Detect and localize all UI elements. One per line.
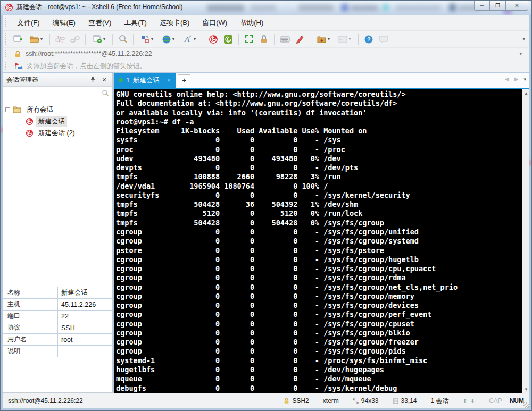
- address-url[interactable]: ssh://root:******************@45.11.2.22…: [26, 50, 515, 57]
- property-row[interactable]: 用户名root: [3, 334, 112, 346]
- terminal-screen[interactable]: GNU coreutils online help: <http://www.g…: [114, 89, 522, 393]
- tab-scroll-right-icon[interactable]: ▶: [514, 76, 519, 82]
- num-lock-indicator: NUM: [510, 397, 524, 405]
- svg-text:?: ?: [367, 36, 371, 43]
- message-button[interactable]: [377, 32, 390, 46]
- menubar-gripper[interactable]: [5, 18, 6, 28]
- property-value: 新建会话: [58, 287, 112, 298]
- menu-item[interactable]: 窗口(W): [196, 16, 233, 30]
- scroll-up-icon[interactable]: ▲: [522, 89, 530, 97]
- session-manager-header: 会话管理器 ✕: [3, 73, 112, 87]
- lock-icon: [14, 51, 21, 57]
- property-value: SSH: [58, 322, 112, 333]
- info-bar: 要添加当前会话，点击左侧的箭头按钮。: [3, 60, 529, 72]
- close-panel-icon[interactable]: ✕: [99, 77, 109, 83]
- addressbar-gripper[interactable]: [5, 50, 6, 57]
- tile-windows-button[interactable]: ▾: [335, 32, 355, 46]
- tab-list-caret[interactable]: ▾: [523, 77, 526, 82]
- pin-icon[interactable]: [90, 77, 99, 83]
- toolbar-separator: [49, 34, 50, 45]
- layout-button[interactable]: ▾: [137, 32, 157, 46]
- prev-session-icon[interactable]: ⬆: [463, 398, 468, 405]
- properties-table: 名称新建会话主机45.11.2.226端口22协议SSH用户名root说明: [3, 287, 112, 357]
- menu-item[interactable]: 工具(T): [118, 16, 153, 30]
- disconnect-button[interactable]: [53, 32, 67, 46]
- tree-expander-icon[interactable]: −: [5, 107, 10, 112]
- xshell-button[interactable]: [206, 32, 220, 46]
- session-icon: [26, 118, 34, 125]
- menu-item[interactable]: 编辑(E): [47, 16, 81, 30]
- caps-lock-indicator: CAP: [489, 397, 502, 405]
- terminal-pane: 1 新建会话 × + ◀ ▶ ▾ GNU coreutils online he…: [114, 73, 529, 393]
- font-button[interactable]: A ▾: [179, 32, 200, 46]
- session-search-input[interactable]: [6, 88, 102, 98]
- status-cursor-position: 33,14: [393, 397, 417, 405]
- tree-folder-all-sessions[interactable]: − 所有会话: [5, 104, 110, 115]
- fullscreen-button[interactable]: [242, 32, 256, 46]
- maximize-button[interactable]: ❐: [490, 1, 506, 11]
- property-value: [58, 346, 112, 357]
- property-row[interactable]: 端口22: [3, 311, 112, 322]
- tab-label: 新建会话: [133, 76, 160, 85]
- open-session-button[interactable]: ▾: [26, 32, 46, 46]
- toolbar-gripper[interactable]: [5, 33, 6, 45]
- xshell-window: 新建会话 - root@vps1: ~ - Xshell 6 (Free for…: [0, 0, 532, 411]
- toolbar-separator: [274, 34, 275, 45]
- find-button[interactable]: [116, 32, 130, 46]
- highlight-pen-button[interactable]: [293, 32, 306, 46]
- new-folder-button[interactable]: ▾: [313, 32, 334, 46]
- property-label: 名称: [3, 287, 58, 298]
- property-label: 协议: [3, 322, 58, 333]
- tab-session-1[interactable]: 1 新建会话 ×: [114, 73, 176, 88]
- chevron-down-icon: ▾: [151, 37, 153, 41]
- chevron-down-icon: ▾: [348, 37, 351, 41]
- add-session-arrow-icon[interactable]: [14, 62, 23, 70]
- session-tree: − 所有会话 新建会话 新建会话 (2): [3, 99, 112, 143]
- menu-item[interactable]: 文件(F): [11, 16, 46, 30]
- minimize-button[interactable]: ─: [474, 1, 490, 11]
- soft-keyboard-button[interactable]: [278, 32, 292, 46]
- web-browser-button[interactable]: ▾: [158, 32, 178, 46]
- info-bar-text: 要添加当前会话，点击左侧的箭头按钮。: [27, 62, 146, 71]
- terminal-scrollbar[interactable]: ▲ ▼: [522, 89, 529, 393]
- menu-item[interactable]: 查看(V): [82, 16, 117, 30]
- tree-session-label[interactable]: 新建会话 (2): [36, 128, 77, 138]
- tree-session-item[interactable]: 新建会话: [5, 115, 110, 127]
- menu-bar: 文件(F)编辑(E)查看(V)工具(T)选项卡(B)窗口(W)帮助(H): [3, 15, 529, 31]
- session-icon: [26, 129, 34, 137]
- tree-session-label[interactable]: 新建会话: [36, 116, 67, 127]
- terminal-output[interactable]: GNU coreutils online help: <http://www.g…: [116, 90, 458, 393]
- status-terminal-size: 94x33: [353, 397, 379, 405]
- resize-grip[interactable]: [523, 402, 529, 408]
- new-session-button[interactable]: [11, 32, 25, 46]
- close-button[interactable]: ✕: [506, 1, 528, 11]
- window-title: 新建会话 - root@vps1: ~ - Xshell 6 (Free for…: [16, 3, 183, 12]
- toolbar-separator: [203, 34, 203, 45]
- new-tab-button[interactable]: +: [178, 74, 190, 86]
- reconnect-button[interactable]: [68, 32, 82, 46]
- tree-session-item[interactable]: 新建会话 (2): [5, 127, 110, 139]
- tab-scroll-left-icon[interactable]: ◀: [505, 76, 509, 82]
- tab-close-icon[interactable]: ×: [167, 77, 170, 83]
- property-row[interactable]: 主机45.11.2.226: [3, 299, 112, 311]
- menu-item[interactable]: 选项卡(B): [154, 16, 195, 30]
- property-row[interactable]: 协议SSH: [3, 322, 112, 334]
- toolbar-overflow-caret[interactable]: ▾: [522, 36, 525, 41]
- property-row[interactable]: 名称新建会话: [3, 287, 112, 299]
- session-search[interactable]: [3, 87, 112, 99]
- help-button[interactable]: ?: [362, 32, 376, 46]
- xftp-button[interactable]: [221, 32, 235, 46]
- menu-item[interactable]: 帮助(H): [234, 16, 269, 30]
- session-properties-button[interactable]: ▾: [89, 32, 109, 46]
- property-row[interactable]: 说明: [3, 346, 112, 357]
- address-bar[interactable]: ssh://root:******************@45.11.2.22…: [3, 47, 529, 60]
- infobar-gripper[interactable]: [5, 62, 6, 70]
- property-value: 22: [58, 311, 112, 322]
- scroll-down-icon[interactable]: ▼: [522, 385, 530, 393]
- lock-screen-button[interactable]: [257, 32, 271, 46]
- address-dropdown-caret[interactable]: ▾: [519, 51, 522, 56]
- next-session-icon[interactable]: ⬇: [470, 398, 475, 405]
- title-bar[interactable]: 新建会话 - root@vps1: ~ - Xshell 6 (Free for…: [1, 1, 531, 15]
- toolbar-separator: [85, 34, 86, 45]
- tree-folder-label[interactable]: 所有会话: [24, 105, 55, 115]
